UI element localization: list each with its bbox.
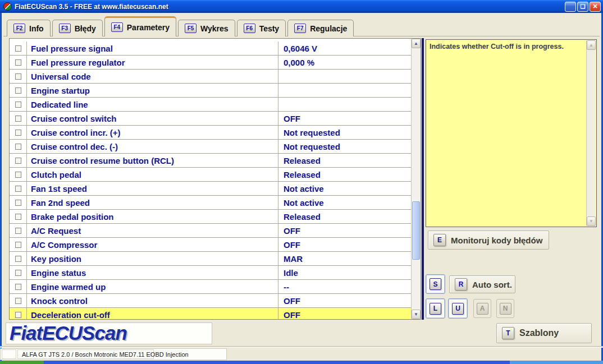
parameter-value-cell: 0,000 %	[278, 56, 411, 69]
scrollbar-thumb[interactable]	[412, 201, 420, 260]
row-checkbox[interactable]	[15, 102, 21, 108]
layout-u-button[interactable]: U	[448, 298, 468, 319]
parameter-value: Not requested	[284, 142, 340, 151]
row-checkbox[interactable]	[15, 228, 21, 234]
parameter-name: Fan 1st speed	[31, 184, 87, 193]
parameter-name-cell: Brake pedal position	[27, 210, 278, 223]
tab-label: Info	[29, 24, 44, 33]
parameter-value-cell: Idle	[278, 266, 411, 279]
row-checkbox[interactable]	[15, 270, 21, 276]
minimize-button[interactable]: _	[565, 2, 576, 12]
minimize-icon: _	[569, 6, 572, 12]
scroll-up-icon[interactable]: ▲	[412, 39, 421, 48]
templates-label: Szablony	[519, 328, 559, 338]
parameter-name: Engine startup	[31, 86, 90, 95]
table-row[interactable]: Fan 1st speedNot active	[10, 182, 411, 196]
vehicle-info-text: ALFA GT JTS 2.0 / Bosch Motronic MED7.11…	[22, 351, 189, 358]
table-row[interactable]: Knock controlOFF	[10, 294, 411, 308]
table-row[interactable]: Cruise control switchOFF	[10, 112, 411, 126]
table-row[interactable]: Key positionMAR	[10, 252, 411, 266]
table-row[interactable]: Clutch pedalReleased	[10, 168, 411, 182]
row-checkbox[interactable]	[15, 312, 21, 318]
row-checkbox[interactable]	[15, 73, 21, 80]
table-row[interactable]: Fan 2nd speedNot active	[10, 196, 411, 210]
parameter-name-cell: Fan 2nd speed	[27, 196, 278, 209]
parameter-value: Not requested	[284, 128, 340, 137]
table-row[interactable]: Fuel pressure regulator0,000 %	[10, 56, 411, 70]
table-row[interactable]: Brake pedal positionReleased	[10, 210, 411, 224]
table-row[interactable]: Cruise control incr. (+)Not requested	[10, 126, 411, 140]
title-bar: FiatECUScan 3.5 - FREE at www.fiatecusca…	[0, 0, 603, 13]
row-checkbox[interactable]	[15, 200, 21, 206]
tab-info[interactable]: F2Info	[7, 20, 51, 36]
table-row[interactable]: Fuel pressure signal0,6046 V	[10, 42, 411, 56]
parameter-name: Fuel pressure regulator	[31, 58, 125, 67]
checkbox-cell	[10, 154, 27, 167]
row-checkbox[interactable]	[15, 158, 21, 164]
hotkey-t-badge: T	[502, 327, 514, 339]
parameter-name-cell: A/C Request	[27, 224, 278, 237]
row-checkbox[interactable]	[15, 242, 21, 248]
parameter-name-cell: Dedicated line	[27, 98, 278, 111]
table-row[interactable]: Engine startup	[10, 84, 411, 98]
status-cell-empty	[2, 349, 16, 359]
table-row[interactable]: Cruise control resume button (RCL)Releas…	[10, 154, 411, 168]
templates-button[interactable]: T Szablony	[496, 323, 592, 343]
monitor-error-codes-button[interactable]: E Monitoruj kody błędów	[428, 231, 549, 250]
checkbox-cell	[10, 210, 27, 223]
parameter-name-cell: Cruise control switch	[27, 112, 278, 125]
layout-a-button[interactable]: A	[473, 299, 491, 318]
scroll-down-icon[interactable]: ▼	[587, 216, 596, 226]
tab-regulacje[interactable]: F7Regulacje	[287, 20, 354, 36]
hotkey-n-badge: N	[500, 303, 511, 315]
row-checkbox[interactable]	[15, 59, 21, 66]
auto-sort-button[interactable]: R Auto sort.	[449, 275, 515, 293]
row-checkbox[interactable]	[15, 116, 21, 122]
parameter-name-cell: Cruise control dec. (-)	[27, 140, 278, 153]
parameter-name: Cruise control dec. (-)	[31, 142, 118, 151]
scroll-up-icon[interactable]: ▲	[587, 40, 596, 50]
table-row[interactable]: A/C CompressorOFF	[10, 238, 411, 252]
parameter-value-cell: OFF	[278, 224, 411, 237]
parameter-value: 0,000 %	[284, 58, 314, 67]
restore-button[interactable]: ❏	[577, 2, 588, 12]
row-checkbox[interactable]	[15, 298, 21, 304]
row-checkbox[interactable]	[15, 214, 21, 220]
taskbar-start-fragment[interactable]	[0, 361, 44, 364]
table-row[interactable]: A/C RequestOFF	[10, 224, 411, 238]
row-checkbox[interactable]	[15, 186, 21, 192]
row-checkbox[interactable]	[15, 172, 21, 178]
table-scrollbar[interactable]: ▲ ▼	[411, 39, 421, 319]
checkbox-cell	[10, 56, 27, 69]
tab-testy[interactable]: F6Testy	[237, 20, 286, 36]
table-row[interactable]: Cruise control dec. (-)Not requested	[10, 140, 411, 154]
row-checkbox[interactable]	[15, 45, 21, 52]
row-checkbox[interactable]	[15, 87, 21, 94]
parameter-value-cell: --	[278, 280, 411, 293]
table-row[interactable]: Universal code	[10, 70, 411, 84]
parameter-value-cell: OFF	[278, 238, 411, 251]
row-checkbox[interactable]	[15, 130, 21, 136]
table-row[interactable]: Deceleration cut-offOFF	[10, 308, 411, 319]
tab-błędy[interactable]: F3Błędy	[52, 20, 103, 36]
table-row[interactable]: Engine statusIdle	[10, 266, 411, 280]
close-button[interactable]: ✕	[590, 2, 601, 12]
tab-wykres[interactable]: F5Wykres	[178, 20, 235, 36]
content-bottom-rule	[0, 346, 603, 348]
table-row[interactable]: Dedicated line	[10, 98, 411, 112]
scroll-down-icon[interactable]: ▼	[412, 310, 421, 319]
parameter-value: --	[284, 282, 289, 292]
row-checkbox[interactable]	[15, 144, 21, 150]
checkbox-cell	[10, 224, 27, 237]
row-checkbox[interactable]	[15, 284, 21, 290]
layout-n-button[interactable]: N	[496, 299, 514, 318]
table-row[interactable]: Engine warmed up--	[10, 280, 411, 294]
sort-s-button[interactable]: S	[426, 274, 445, 294]
parameter-value: Idle	[284, 268, 298, 278]
parameter-name: Brake pedal position	[31, 212, 114, 222]
description-scrollbar[interactable]: ▲ ▼	[586, 40, 596, 226]
row-checkbox[interactable]	[15, 256, 21, 262]
parameter-value-cell: Released	[278, 168, 411, 181]
layout-l-button[interactable]: L	[426, 298, 445, 319]
tab-parametery[interactable]: F4Parametery	[104, 16, 176, 36]
